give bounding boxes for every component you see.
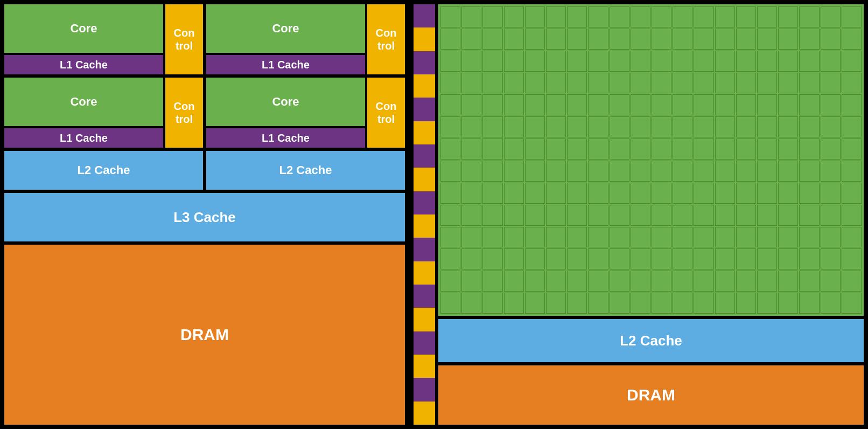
core-label-1-1: Core [70,22,97,36]
gpu-core-cell [715,51,735,72]
cpu-row-2: Core L1 Cache Con trol Core L1 Cache [4,78,405,148]
gpu-core-cell [821,29,841,50]
gpu-core-cell [440,116,460,137]
gpu-core-cell [546,205,566,226]
gpu-core-cell [715,205,735,226]
gpu-core-cell [610,29,629,50]
cpu-cell-1-2: Core L1 Cache Con trol [206,4,405,74]
gpu-core-cell [652,116,671,137]
gpu-core-cell [821,183,841,204]
gpu-core-cell [482,116,502,137]
gpu-core-cell [440,139,460,160]
gpu-core-cell [799,73,819,94]
gpu-core-cell [440,271,460,292]
gpu-core-cell [799,205,819,226]
gpu-core-cell [673,94,692,115]
l2-cache-left: L2 Cache [4,151,203,190]
gpu-core-cell [821,205,841,226]
gpu-core-cell [546,271,566,292]
gpu-core-cell [694,51,713,72]
gpu-core-cell [482,139,502,160]
gpu-core-cell [694,161,713,182]
gpu-core-cell [567,51,587,72]
gpu-core-cell [715,293,735,314]
gpu-core-cell [694,116,713,137]
core-box-2-1: Core [4,78,163,126]
control-label-2-2: Con trol [376,100,397,126]
gpu-core-cell [588,73,608,94]
control-label-1-2: Con trol [376,26,397,52]
gpu-core-cell [482,248,502,269]
gpu-core-cell [673,116,692,137]
gpu-core-cell [525,183,545,204]
stripe-segment [414,308,435,331]
gpu-core-cell [821,94,841,115]
gpu-core-cell [715,227,735,248]
stripe-segment [414,27,435,51]
gpu-core-cell [799,183,819,204]
gpu-core-cell [482,94,502,115]
gpu-core-cell [694,293,713,314]
gpu-core-cell [821,248,841,269]
gpu-core-cell [461,116,481,137]
gpu-core-cell [715,248,735,269]
gpu-core-cell [715,161,735,182]
gpu-core-cell [461,73,481,94]
gpu-core-cell [588,161,608,182]
gpu-core-cell [525,94,545,115]
gpu-core-cell [567,116,587,137]
gpu-core-cell [567,271,587,292]
gpu-core-cell [673,51,692,72]
gpu-core-cell [736,73,756,94]
l1-label-2-2: L1 Cache [262,132,310,144]
gpu-core-cell [504,271,524,292]
gpu-core-cell [525,73,545,94]
gpu-core-cell [631,227,650,248]
gpu-core-cell [736,161,756,182]
gpu-core-cell [631,29,650,50]
gpu-core-cell [757,205,777,226]
gpu-core-cell [546,73,566,94]
gpu-core-cell [588,116,608,137]
control-box-1-2: Con trol [367,4,405,74]
gpu-core-cell [673,161,692,182]
core-box-1-2: Core [206,4,365,53]
gpu-core-cell [694,73,713,94]
gpu-core-cell [525,248,545,269]
gpu-core-cell [821,293,841,314]
control-box-2-2: Con trol [367,78,405,148]
gpu-core-cell [778,161,798,182]
l3-label: L3 Cache [173,209,236,226]
gpu-core-cell [588,293,608,314]
gpu-core-cell [461,161,481,182]
gpu-core-cell [525,205,545,226]
gpu-core-cell [842,183,862,204]
gpu-core-cell [461,271,481,292]
gpu-core-cell [778,227,798,248]
gpu-core-cell [461,29,481,50]
gpu-core-cell [652,248,671,269]
l1-cache-2-1: L1 Cache [4,128,163,148]
gpu-core-cell [482,205,502,226]
gpu-core-cell [546,51,566,72]
gpu-core-cell [694,29,713,50]
cpu-cell-2-1: Core L1 Cache Con trol [4,78,203,148]
gpu-core-cell [652,29,671,50]
stripe-segment [414,285,435,308]
gpu-core-cell [736,271,756,292]
gpu-core-cell [842,29,862,50]
gpu-core-cell [440,6,460,27]
gpu-core-cell [504,183,524,204]
gpu-core-cell [673,248,692,269]
gpu-core-cell [546,248,566,269]
gpu-core-cell [757,116,777,137]
gpu-core-cell [694,248,713,269]
gpu-core-cell [482,161,502,182]
stripe-segment [414,402,435,425]
gpu-core-cell [461,248,481,269]
gpu-core-cell [673,183,692,204]
gpu-core-cell [799,29,819,50]
cpu-cell-2-2: Core L1 Cache Con trol [206,78,405,148]
gpu-core-cell [440,183,460,204]
gpu-core-cell [567,293,587,314]
